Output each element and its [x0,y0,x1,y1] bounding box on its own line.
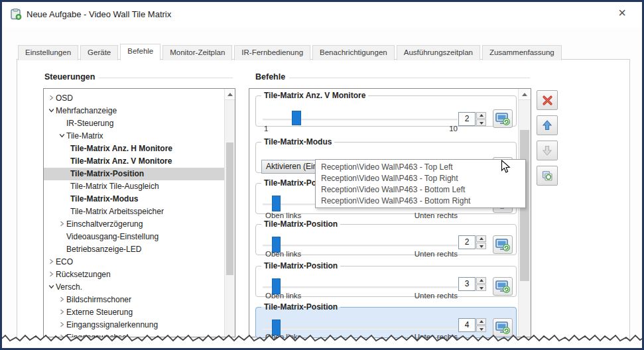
command-group-title: Tile-Matrix Anz. V Monitore [261,91,368,100]
dialog-window: Neue Aufgabe - Video Wall Tile Matrix × … [0,0,644,350]
popup-item[interactable]: Reception\Video Wall\P463 - Bottom Left [316,184,525,196]
spin-down-icon[interactable] [476,284,486,291]
tree-item-anz-h-monitore[interactable]: Tile-Matrix Anz. H Monitore [44,143,235,155]
monitor-send-icon [495,239,510,251]
chevron-down-icon[interactable] [57,130,66,143]
chevron-right-icon[interactable] [57,218,66,231]
move-down-button-disabled[interactable] [537,141,558,160]
tree-item-versch[interactable]: Versch. [44,281,235,294]
value-spinner: 2 [458,235,486,249]
move-up-arrow-icon [542,120,552,131]
spin-up-icon[interactable] [476,112,486,119]
monitor-send-icon [495,280,510,293]
tree-item-tile-matrix[interactable]: Tile-Matrix [44,130,235,143]
spin-down-icon[interactable] [476,119,486,126]
spin-up-icon[interactable] [476,235,486,242]
value-spinner: 2 [458,112,486,126]
tree-item-ruecksetzungen[interactable]: Rücksetzungen [44,268,235,281]
duplicate-refresh-icon [542,170,553,182]
tab-befehle[interactable]: Befehle [120,44,161,60]
send-command-button[interactable] [493,235,513,254]
tree-item-externe-steuerung[interactable]: Externe Steuerung [44,306,235,319]
command-group-position-2: Tile-Matrix-Position Oben links Unten re… [255,219,517,255]
chevron-right-icon[interactable] [57,319,66,331]
tree-item-videoausgang[interactable]: Videoausgang-Einstellung [44,231,235,243]
tab-zusammenfassung[interactable]: Zusammenfassung [482,45,562,60]
commands-heading-label: Befehle [255,72,285,82]
duplicate-command-button[interactable] [537,166,558,186]
tree-item-eingangssignalerkennung[interactable]: Eingangssignalerkennung [44,319,235,331]
titlebar: Neue Aufgabe - Video Wall Tile Matrix × [2,2,642,27]
tree-item-bildschirmschoner[interactable]: Bildschirmschoner [44,294,235,306]
tree-item-mehrfachanzeige[interactable]: Mehrfachanzeige [44,105,235,117]
tab-monitor-zeitplan[interactable]: Monitor-Zeitplan [162,45,232,60]
chevron-right-icon[interactable] [46,92,56,105]
tree-item-osd[interactable]: OSD [44,92,235,105]
spinner-value[interactable]: 4 [458,318,476,332]
scrollbar-thumb[interactable] [226,143,233,275]
spinner-value[interactable]: 3 [458,277,476,291]
command-group-position-3: Tile-Matrix-Position Oben links Unten re… [255,261,517,297]
chevron-right-icon[interactable] [57,306,66,319]
command-target-popup: Reception\Video Wall\P463 - Top Left Rec… [315,159,526,208]
slider-track[interactable] [263,286,458,288]
tree-item-tile-ausgleich[interactable]: Tile-Matrix Tile-Ausgleich [44,180,235,193]
value-spinner: 4 [458,318,486,332]
chevron-down-icon[interactable] [46,281,56,294]
slider-max-label: 10 [263,125,458,133]
slider-handle[interactable] [292,111,301,125]
tree-item-anz-v-monitore[interactable]: Tile-Matrix Anz. V Monitore [44,155,235,168]
tree-item-arbeitsspeicher[interactable]: Tile-Matrix Arbeitsspeicher [44,205,235,218]
slider-max-label: Unten rechts [263,250,458,258]
tab-geraete[interactable]: Geräte [80,45,118,60]
chevron-right-icon[interactable] [46,256,56,268]
dropdown-value: Aktivieren (Ein) [266,162,320,171]
tree-item-einschaltverzoegerung[interactable]: Einschaltverzögerung [44,218,235,231]
tree-item-position-selected[interactable]: Tile-Matrix-Position [44,168,235,180]
spinner-value[interactable]: 2 [458,235,476,249]
tree-item-betriebsanzeige[interactable]: Betriebsanzeige-LED [44,243,235,256]
popup-item[interactable]: Reception\Video Wall\P463 - Top Right [316,173,525,184]
window-title: Neue Aufgabe - Video Wall Tile Matrix [27,9,171,19]
spin-down-icon[interactable] [476,243,486,249]
slider-max-label: Unten rechts [263,211,458,219]
popup-item[interactable]: Reception\Video Wall\P463 - Top Left [316,162,525,173]
chevron-right-icon[interactable] [57,294,66,306]
spinner-value[interactable]: 2 [458,112,476,126]
command-group-title: Tile-Matrix-Position [261,302,340,312]
slider-handle[interactable] [272,196,281,211]
command-group-title: Tile-Matrix-Position [261,219,340,229]
scroll-up-icon[interactable] [225,89,235,100]
tree-item-eco[interactable]: ECO [44,256,235,268]
chevron-right-icon[interactable] [46,268,56,281]
slider-track[interactable] [263,327,458,329]
scroll-up-icon[interactable] [519,89,531,100]
send-command-button[interactable] [493,277,513,296]
tab-ir-fernbedienung[interactable]: IR-Fernbedienung [234,45,310,60]
close-icon[interactable]: × [618,6,626,19]
spin-up-icon[interactable] [476,277,486,284]
command-group-title: Tile-Matrix-Modus [261,137,334,146]
mouse-cursor-icon [501,160,511,176]
chevron-down-icon[interactable] [46,105,56,117]
tab-benachrichtigungen[interactable]: Benachrichtigungen [312,45,395,60]
commands-group-heading: Befehle [255,72,530,82]
torn-edge-decoration [0,331,644,350]
new-task-icon [11,9,22,23]
spin-up-icon[interactable] [476,318,486,325]
tab-einstellungen[interactable]: Einstellungen [18,45,78,60]
controls-heading-label: Steuerungen [44,72,95,82]
delete-command-button[interactable] [537,90,558,110]
command-group-title: Tile-Matrix-Position [261,261,340,270]
popup-item[interactable]: Reception\Video Wall\P463 - Bottom Right [316,196,525,207]
move-up-button[interactable] [537,115,558,135]
tab-ausfuehrungszeitplan[interactable]: Ausführungszeitplan [397,45,480,60]
tree-item-ir-steuerung[interactable]: IR-Steuerung [44,117,235,130]
delete-x-icon [542,95,553,106]
move-down-arrow-icon [542,145,552,156]
send-command-button[interactable] [493,109,513,128]
tree-scrollbar[interactable] [224,89,235,337]
tree-item-modus[interactable]: Tile-Matrix-Modus [44,193,235,205]
slider-track[interactable] [263,245,458,247]
commands-scrollbar[interactable] [518,89,531,337]
